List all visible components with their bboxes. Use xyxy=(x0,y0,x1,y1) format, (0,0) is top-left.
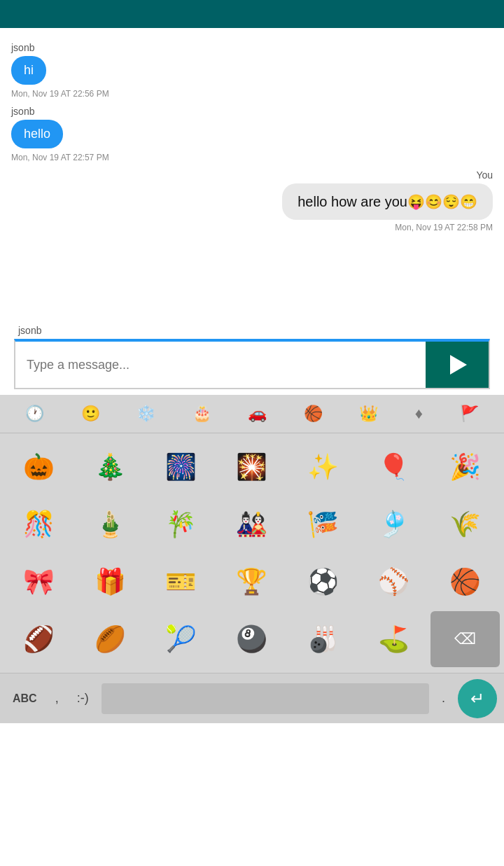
you-label: You xyxy=(476,169,493,181)
category-recent[interactable]: 🕐 xyxy=(21,402,48,426)
comma-key[interactable]: , xyxy=(50,687,64,710)
emoji-pine-decoration[interactable]: 🎍 xyxy=(75,496,144,552)
emoji-wind-chime[interactable]: 🎐 xyxy=(359,496,428,552)
message-input[interactable] xyxy=(15,342,426,388)
smiley-key[interactable]: :-) xyxy=(71,687,94,710)
period-key[interactable]: . xyxy=(436,687,451,710)
keyboard-bottom: ABC , :-) . ↵ xyxy=(0,673,504,723)
category-activity[interactable]: 🏀 xyxy=(300,402,327,426)
delete-key[interactable]: ⌫ xyxy=(430,611,500,667)
emoji-basketball[interactable]: 🏀 xyxy=(430,554,500,610)
emoji-ribbon[interactable]: 🎀 xyxy=(4,554,74,610)
category-objects[interactable]: 👑 xyxy=(355,402,382,426)
category-smiley[interactable]: 🙂 xyxy=(77,402,104,426)
emoji-baseball[interactable]: ⚾ xyxy=(359,554,428,610)
sender-name-2: jsonb xyxy=(11,106,493,117)
emoji-category-bar: 🕐 🙂 ❄️ 🎂 🚗 🏀 👑 ♦ 🚩 xyxy=(0,395,504,433)
emoji-soccer[interactable]: ⚽ xyxy=(288,554,358,610)
emoji-tennis[interactable]: 🎾 xyxy=(146,611,216,667)
input-section: jsonb xyxy=(0,322,504,389)
input-area xyxy=(14,339,490,389)
emoji-christmas-tree[interactable]: 🎄 xyxy=(75,439,144,495)
emoji-confetti[interactable]: 🎊 xyxy=(4,496,74,552)
emoji-golf[interactable]: ⛳ xyxy=(359,611,428,667)
status-bar xyxy=(0,0,504,28)
emoji-carp-streamer[interactable]: 🎏 xyxy=(288,496,358,552)
timestamp-2: Mon, Nov 19 AT 22:57 PM xyxy=(11,153,493,162)
sender-name-1: jsonb xyxy=(11,42,493,53)
send-button[interactable] xyxy=(426,342,489,388)
bubble-sent-3: hello how are you😝😊😌😁 xyxy=(282,183,493,220)
emoji-pumpkin[interactable]: 🎃 xyxy=(4,439,74,495)
emoji-tanabata[interactable]: 🎋 xyxy=(146,496,216,552)
emoji-balloon[interactable]: 🎈 xyxy=(359,439,428,495)
timestamp-3: Mon, Nov 19 AT 22:58 PM xyxy=(395,223,493,232)
emoji-gift[interactable]: 🎁 xyxy=(75,554,144,610)
category-flags[interactable]: 🚩 xyxy=(456,402,483,426)
emoji-ticket[interactable]: 🎫 xyxy=(146,554,216,610)
category-travel[interactable]: 🚗 xyxy=(244,402,271,426)
category-celebration[interactable]: 🎂 xyxy=(188,402,216,426)
emoji-sparkles[interactable]: ✨ xyxy=(288,439,358,495)
emoji-trophy[interactable]: 🏆 xyxy=(217,554,286,610)
enter-icon: ↵ xyxy=(470,689,484,708)
category-nature[interactable]: ❄️ xyxy=(132,402,160,426)
emoji-grid: 🎃 🎄 🎆 🎇 ✨ 🎈 🎉 🎊 🎍 🎋 🎎 🎏 🎐 🌾 🎀 🎁 🎫 🏆 ⚽ ⚾ … xyxy=(0,433,504,673)
bubble-received-2: hello xyxy=(11,120,63,148)
emoji-japanese-dolls[interactable]: 🎎 xyxy=(217,496,286,552)
emoji-sparkler[interactable]: 🎇 xyxy=(217,439,286,495)
emoji-fireworks[interactable]: 🎆 xyxy=(146,439,216,495)
category-symbols[interactable]: ♦ xyxy=(411,402,427,426)
emoji-football[interactable]: 🏈 xyxy=(4,611,74,667)
message-sent-3: You hello how are you😝😊😌😁 Mon, Nov 19 AT… xyxy=(11,169,493,232)
jsonb-label-below: jsonb xyxy=(7,322,497,339)
chat-area: jsonb hi Mon, Nov 19 AT 22:56 PM jsonb h… xyxy=(0,28,504,322)
bubble-received-1: hi xyxy=(11,56,46,85)
emoji-bowling[interactable]: 🎳 xyxy=(288,611,358,667)
space-bar[interactable] xyxy=(102,683,429,714)
emoji-keyboard: 🕐 🙂 ❄️ 🎂 🚗 🏀 👑 ♦ 🚩 🎃 🎄 🎆 🎇 ✨ 🎈 🎉 🎊 🎍 🎋 🎎… xyxy=(0,395,504,723)
abc-button[interactable]: ABC xyxy=(7,688,43,709)
enter-button[interactable]: ↵ xyxy=(458,679,497,718)
emoji-rice-scene[interactable]: 🌾 xyxy=(430,496,500,552)
message-received-2: jsonb hello Mon, Nov 19 AT 22:57 PM xyxy=(11,106,493,162)
timestamp-1: Mon, Nov 19 AT 22:56 PM xyxy=(11,89,493,99)
emoji-party-popper[interactable]: 🎉 xyxy=(430,439,500,495)
emoji-billiards[interactable]: 🎱 xyxy=(217,611,286,667)
send-arrow-icon xyxy=(450,355,467,375)
emoji-rugby[interactable]: 🏉 xyxy=(75,611,144,667)
message-received-1: jsonb hi Mon, Nov 19 AT 22:56 PM xyxy=(11,42,493,99)
